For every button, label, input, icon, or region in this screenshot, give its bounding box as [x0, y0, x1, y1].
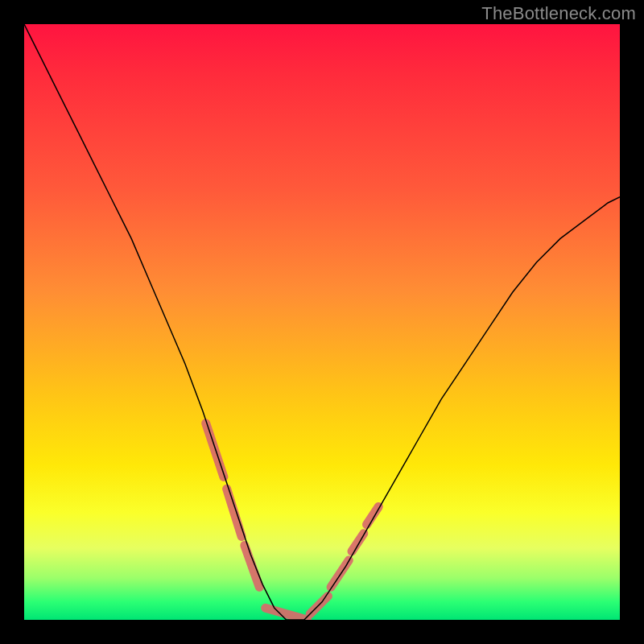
highlight-group: [206, 423, 379, 620]
plot-area: [24, 24, 620, 620]
highlight-segment: [367, 506, 379, 524]
highlight-segment: [227, 489, 242, 536]
bottleneck-curve: [24, 24, 620, 620]
highlight-segment: [352, 534, 364, 551]
curve-svg: [24, 24, 620, 620]
watermark-text: TheBottleneck.com: [481, 3, 636, 24]
chart-frame: TheBottleneck.com: [0, 0, 644, 644]
highlight-segment: [245, 546, 260, 588]
highlight-segment: [266, 608, 308, 620]
highlight-segment: [331, 560, 349, 587]
highlight-segment: [206, 423, 224, 477]
